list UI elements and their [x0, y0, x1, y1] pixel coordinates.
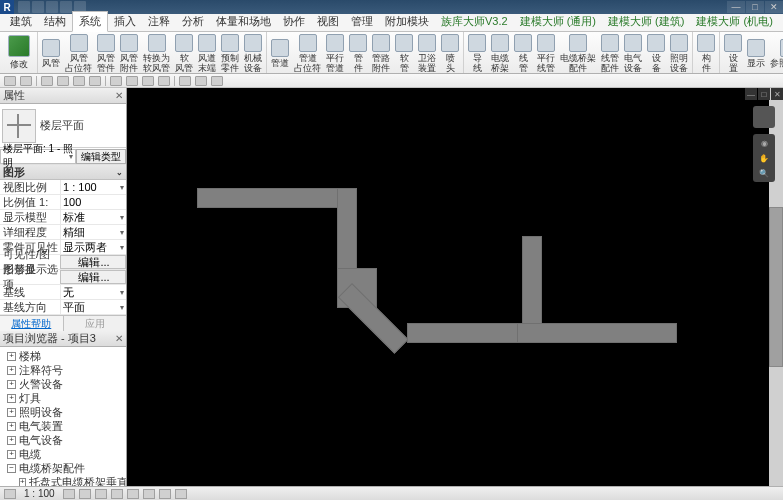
status-btn[interactable]: [127, 489, 139, 499]
ribbon-button[interactable]: 线管配件: [599, 33, 621, 74]
ribbon-button[interactable]: 风管附件: [118, 33, 140, 74]
tree-toggle-icon[interactable]: +: [7, 436, 16, 445]
ribbon-button[interactable]: 管路附件: [370, 33, 392, 74]
ribbon-button[interactable]: 管道: [269, 38, 291, 69]
ribbon-button[interactable]: 平行线管: [535, 33, 557, 74]
tree-toggle-icon[interactable]: +: [7, 394, 16, 403]
status-btn[interactable]: [79, 489, 91, 499]
nav-pan-icon[interactable]: ✋: [758, 152, 770, 164]
ribbon-tab[interactable]: 管理: [345, 12, 379, 31]
ribbon-tab[interactable]: 注释: [142, 12, 176, 31]
ribbon-button[interactable]: 线管: [512, 33, 534, 74]
tree-node[interactable]: +电缆: [0, 447, 126, 461]
tree-toggle-icon[interactable]: +: [7, 450, 16, 459]
ribbon-button[interactable]: 风管: [40, 38, 62, 69]
ribbon-button[interactable]: 构件: [695, 33, 717, 74]
opt-btn[interactable]: [20, 76, 32, 86]
ribbon-tab[interactable]: 建模大师 (机电): [690, 12, 778, 31]
ribbon-button[interactable]: 软风管: [173, 33, 195, 74]
view-close-icon[interactable]: ✕: [771, 88, 783, 100]
ribbon-button[interactable]: 电缆桥架: [489, 33, 511, 74]
view-scale[interactable]: 1 : 100: [20, 488, 59, 499]
status-btn[interactable]: [63, 489, 75, 499]
status-btn[interactable]: [95, 489, 107, 499]
opt-btn[interactable]: [4, 76, 16, 86]
opt-btn[interactable]: [158, 76, 170, 86]
tree-toggle-icon[interactable]: +: [7, 366, 16, 375]
property-value[interactable]: 无: [60, 285, 126, 299]
property-value[interactable]: 1 : 100: [60, 180, 126, 194]
property-value[interactable]: 平面: [60, 300, 126, 314]
ribbon-button[interactable]: 卫浴装置: [416, 33, 438, 74]
close-icon[interactable]: ✕: [115, 90, 123, 101]
expand-icon[interactable]: ⌄: [116, 168, 123, 177]
property-help-link[interactable]: 属性帮助: [0, 316, 63, 331]
modify-button[interactable]: 修改: [1, 33, 37, 73]
property-value[interactable]: 100: [60, 195, 126, 209]
ribbon-button[interactable]: 软管: [393, 33, 415, 74]
nav-wheel-icon[interactable]: ◉: [758, 137, 770, 149]
browser-tree[interactable]: +楼梯+注释符号+火警设备+灯具+照明设备+电气装置+电气设备+电缆−电缆桥架配…: [0, 347, 126, 500]
opt-btn[interactable]: [179, 76, 191, 86]
view-cube[interactable]: [753, 106, 775, 128]
ribbon-button[interactable]: 平行管道: [324, 33, 346, 74]
ribbon-tab[interactable]: 分析: [176, 12, 210, 31]
tree-node[interactable]: +电气装置: [0, 419, 126, 433]
tree-node[interactable]: +照明设备: [0, 405, 126, 419]
scroll-thumb[interactable]: [769, 207, 783, 366]
tree-node[interactable]: +灯具: [0, 391, 126, 405]
opt-btn[interactable]: [211, 76, 223, 86]
close-icon[interactable]: ✕: [115, 333, 123, 344]
tree-node[interactable]: +电气设备: [0, 433, 126, 447]
property-edit-button[interactable]: 编辑...: [60, 255, 126, 269]
ribbon-tab[interactable]: 协作: [277, 12, 311, 31]
property-value[interactable]: 显示两者: [60, 240, 126, 254]
tree-toggle-icon[interactable]: +: [7, 408, 16, 417]
tree-node[interactable]: −电缆桥架配件: [0, 461, 126, 475]
ribbon-button[interactable]: 喷头: [439, 33, 461, 74]
ribbon-tab[interactable]: 附加模块: [379, 12, 435, 31]
view-max-icon[interactable]: □: [758, 88, 770, 100]
tree-toggle-icon[interactable]: −: [7, 464, 16, 473]
ribbon-button[interactable]: 机械设备: [242, 33, 264, 74]
drawing-canvas[interactable]: —□✕ ◉ ✋ 🔍: [127, 88, 783, 500]
ribbon-tab[interactable]: 建模大师 (建筑): [602, 12, 690, 31]
status-btn[interactable]: [4, 489, 16, 499]
tree-node[interactable]: +楼梯: [0, 349, 126, 363]
property-value[interactable]: 标准: [60, 210, 126, 224]
ribbon-tab[interactable]: 族库大师V3.2: [435, 12, 514, 31]
property-value[interactable]: 精细: [60, 225, 126, 239]
status-btn[interactable]: [175, 489, 187, 499]
opt-btn[interactable]: [110, 76, 122, 86]
opt-btn[interactable]: [126, 76, 138, 86]
tree-node[interactable]: +注释符号: [0, 363, 126, 377]
ribbon-tab[interactable]: 建筑: [4, 12, 38, 31]
ribbon-button[interactable]: 管件: [347, 33, 369, 74]
ribbon-tab[interactable]: 插入: [108, 12, 142, 31]
ribbon-button[interactable]: 显示: [745, 38, 767, 69]
ribbon-button[interactable]: 设备: [645, 33, 667, 74]
tree-toggle-icon[interactable]: +: [7, 352, 16, 361]
ribbon-button[interactable]: 转换为软风管: [141, 33, 172, 74]
view-min-icon[interactable]: —: [745, 88, 757, 100]
opt-btn[interactable]: [195, 76, 207, 86]
status-btn[interactable]: [159, 489, 171, 499]
ribbon-tab[interactable]: 建模大师 (施工): [779, 12, 783, 31]
ribbon-button[interactable]: 电气设备: [622, 33, 644, 74]
tree-node[interactable]: +火警设备: [0, 377, 126, 391]
ribbon-tab[interactable]: 结构: [38, 12, 72, 31]
ribbon-tab[interactable]: 视图: [311, 12, 345, 31]
ribbon-tab[interactable]: 建模大师 (通用): [514, 12, 602, 31]
apply-button[interactable]: 应用: [63, 316, 127, 331]
ribbon-button[interactable]: 参照 平面: [768, 38, 783, 69]
property-edit-button[interactable]: 编辑...: [60, 270, 126, 284]
tree-toggle-icon[interactable]: +: [7, 422, 16, 431]
opt-btn[interactable]: [57, 76, 69, 86]
opt-btn[interactable]: [41, 76, 53, 86]
instance-dropdown[interactable]: 楼层平面: 1 - 照明: [0, 149, 76, 164]
opt-btn[interactable]: [73, 76, 85, 86]
opt-btn[interactable]: [142, 76, 154, 86]
status-btn[interactable]: [143, 489, 155, 499]
ribbon-button[interactable]: 风管管件: [95, 33, 117, 74]
ribbon-tab[interactable]: 体量和场地: [210, 12, 277, 31]
